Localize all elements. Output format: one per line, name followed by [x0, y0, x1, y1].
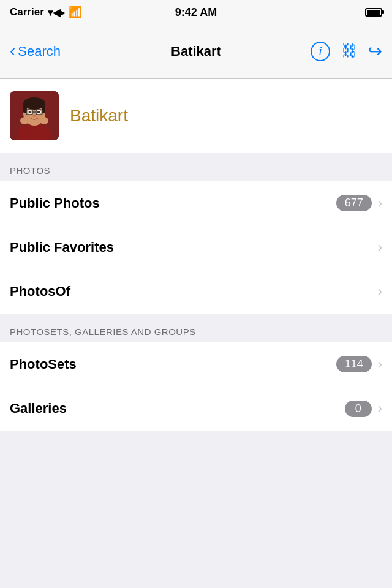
avatar-svg	[10, 91, 59, 140]
svg-point-14	[20, 117, 29, 124]
chevron-right-icon: ›	[378, 284, 382, 300]
avatar-image	[10, 91, 59, 140]
list-item-right: 114 ›	[336, 356, 382, 372]
back-chevron-icon: ‹	[10, 42, 15, 59]
battery-icon	[365, 8, 382, 17]
public-favorites-item[interactable]: Public Favorites ›	[0, 225, 392, 270]
link-icon[interactable]: ⛓	[341, 42, 357, 61]
svg-point-16	[33, 115, 36, 117]
chevron-right-icon: ›	[378, 401, 382, 417]
photosets-section-header: PHOTOSETS, GALLERIES AND GROUPS	[0, 314, 392, 342]
wifi-signal: 📶	[69, 6, 82, 19]
bottom-spacer	[0, 431, 392, 451]
list-item-left: Public Favorites	[10, 239, 114, 255]
photos-list-section: Public Photos 677 › Public Favorites › P…	[0, 181, 392, 314]
list-item-right: ›	[378, 239, 382, 255]
photosets-label: PhotoSets	[10, 356, 77, 372]
galleries-item[interactable]: Galleries 0 ›	[0, 386, 392, 431]
info-icon[interactable]: i	[311, 42, 330, 61]
public-photos-badge: 677	[336, 195, 372, 211]
back-label: Search	[18, 43, 61, 59]
back-button[interactable]: ‹ Search	[10, 43, 77, 59]
status-time: 9:42 AM	[175, 6, 217, 19]
profile-section: Batikart	[0, 78, 392, 153]
nav-actions: i ⛓ ↩	[311, 41, 382, 61]
public-photos-item[interactable]: Public Photos 677 ›	[0, 181, 392, 225]
nav-title: Batikart	[171, 43, 221, 59]
wifi-icon: ▾◀▸	[48, 7, 65, 18]
list-item-right: ›	[378, 284, 382, 300]
photosets-item[interactable]: PhotoSets 114 ›	[0, 342, 392, 386]
list-item-left: Public Photos	[10, 195, 100, 211]
list-item-right: 677 ›	[336, 195, 382, 211]
photosets-list-section: PhotoSets 114 › Galleries 0 ›	[0, 342, 392, 431]
photos-of-label: PhotosOf	[10, 284, 70, 300]
status-bar: Carrier ▾◀▸ 📶 9:42 AM	[0, 0, 392, 24]
photos-of-item[interactable]: PhotosOf ›	[0, 270, 392, 314]
public-photos-label: Public Photos	[10, 195, 100, 211]
galleries-label: Galleries	[10, 401, 67, 417]
photosets-badge: 114	[336, 356, 372, 372]
chevron-right-icon: ›	[378, 356, 382, 372]
avatar	[10, 91, 59, 140]
carrier-label: Carrier	[10, 6, 44, 18]
list-item-right: 0 ›	[345, 401, 382, 417]
list-item-left: Galleries	[10, 401, 67, 417]
public-favorites-label: Public Favorites	[10, 239, 114, 255]
svg-point-15	[40, 117, 48, 124]
chevron-right-icon: ›	[378, 239, 382, 255]
list-item-left: PhotosOf	[10, 284, 70, 300]
battery-indicator	[365, 8, 382, 17]
galleries-badge: 0	[345, 401, 372, 417]
nav-bar: ‹ Search Batikart i ⛓ ↩	[0, 24, 392, 78]
svg-point-9	[29, 111, 32, 113]
list-item-left: PhotoSets	[10, 356, 77, 372]
carrier-info: Carrier ▾◀▸ 📶	[10, 6, 82, 19]
share-icon[interactable]: ↩	[368, 41, 382, 61]
photos-section-header: PHOTOS	[0, 153, 392, 181]
svg-point-10	[37, 111, 40, 113]
battery-fill	[367, 10, 380, 15]
chevron-right-icon: ›	[378, 195, 382, 211]
profile-name: Batikart	[70, 106, 128, 126]
